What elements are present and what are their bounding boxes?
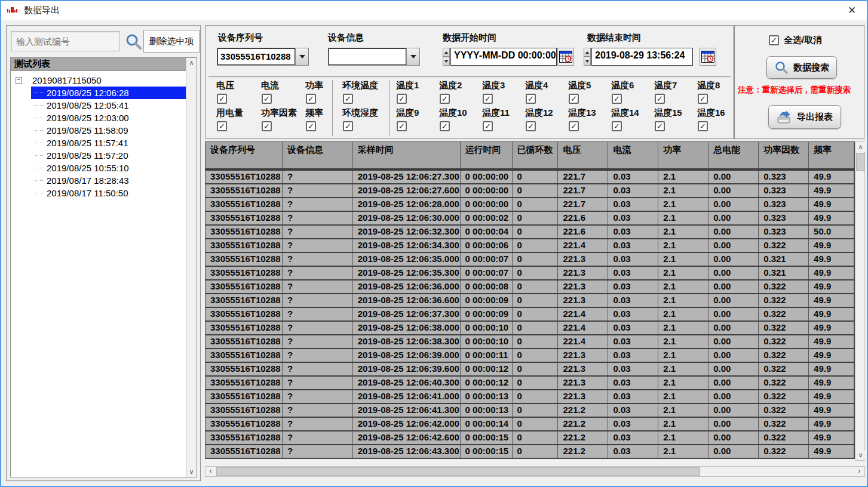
- search-icon[interactable]: [125, 33, 143, 51]
- column-header[interactable]: 功率因数: [759, 142, 809, 168]
- table-cell: 0.00: [708, 308, 759, 320]
- field-checkbox[interactable]: ✓: [397, 121, 407, 131]
- tree-root-row[interactable]: − 20190817115050: [11, 73, 186, 87]
- table-row[interactable]: 33055516T10288?2019-08-25 12:06:41.0000 …: [206, 390, 854, 404]
- tree-scrollbar[interactable]: ∧ ∨: [186, 58, 197, 477]
- tree-item[interactable]: 2019/08/25 11:57:41: [31, 137, 186, 149]
- field-checkbox[interactable]: ✓: [440, 121, 450, 131]
- delete-selected-button[interactable]: 删除选中项: [143, 30, 200, 53]
- tree-item[interactable]: 2019/08/17 11:50:50: [31, 187, 186, 199]
- column-header[interactable]: 设备序列号: [206, 142, 283, 168]
- table-row[interactable]: 33055516T10288?2019-08-25 12:06:40.3000 …: [206, 377, 854, 390]
- tree-item[interactable]: 2019/08/25 12:03:00: [31, 112, 186, 124]
- table-row[interactable]: 33055516T10288?2019-08-25 12:06:27.6000 …: [206, 184, 854, 198]
- table-cell: 2019-08-25 12:06:37.300: [353, 308, 461, 320]
- field-checkbox[interactable]: ✓: [483, 94, 493, 104]
- column-header[interactable]: 总电能: [708, 142, 759, 168]
- field-checkbox[interactable]: ✓: [262, 94, 272, 104]
- start-time-field[interactable]: YYYY-MM-DD 00:00:00: [450, 48, 557, 66]
- scroll-left-icon[interactable]: ‹: [206, 467, 216, 476]
- table-cell: 0: [513, 267, 559, 279]
- field-checkbox[interactable]: ✓: [612, 121, 622, 131]
- table-row[interactable]: 33055516T10288?2019-08-25 12:06:34.3000 …: [206, 239, 854, 253]
- scroll-down-icon[interactable]: ∨: [855, 450, 866, 460]
- table-row[interactable]: 33055516T10288?2019-08-25 12:06:32.3000 …: [206, 226, 854, 239]
- export-report-button[interactable]: 导出报表: [768, 105, 841, 129]
- scroll-down-icon[interactable]: ∨: [186, 467, 197, 477]
- select-all-checkbox[interactable]: ✓: [769, 35, 779, 45]
- tree-item[interactable]: 2019/08/25 10:55:10: [31, 162, 186, 174]
- field-checkbox[interactable]: ✓: [397, 94, 407, 104]
- end-time-stepper[interactable]: [584, 48, 591, 66]
- end-time-field[interactable]: 2019-08-29 13:56:24: [591, 48, 693, 66]
- column-header[interactable]: 电压: [558, 142, 608, 168]
- field-checkbox[interactable]: ✓: [306, 121, 316, 131]
- table-row[interactable]: 33055516T10288?2019-08-25 12:06:36.6000 …: [206, 294, 854, 308]
- column-header[interactable]: 频率: [809, 142, 854, 168]
- tree-item[interactable]: 2019/08/25 12:06:28: [31, 87, 186, 99]
- scrollbar-thumb[interactable]: [856, 153, 865, 171]
- table-row[interactable]: 33055516T10288?2019-08-25 12:06:41.3000 …: [206, 404, 854, 418]
- scroll-up-icon[interactable]: ∧: [186, 58, 197, 68]
- field-checkbox[interactable]: ✓: [698, 94, 708, 104]
- table-row[interactable]: 33055516T10288?2019-08-25 12:06:28.0000 …: [206, 198, 854, 212]
- table-row[interactable]: 33055516T10288?2019-08-25 12:06:38.3000 …: [206, 335, 854, 349]
- column-header[interactable]: 电流: [608, 142, 658, 168]
- field-checkbox[interactable]: ✓: [440, 94, 450, 104]
- start-calendar-button[interactable]: [557, 48, 574, 66]
- table-row[interactable]: 33055516T10288?2019-08-25 12:06:39.6000 …: [206, 363, 854, 377]
- table-row[interactable]: 33055516T10288?2019-08-25 12:06:42.6000 …: [206, 431, 854, 445]
- field-checkbox[interactable]: ✓: [483, 121, 493, 131]
- column-header[interactable]: 功率: [658, 142, 708, 168]
- field-checkbox[interactable]: ✓: [217, 121, 227, 131]
- scrollbar-thumb[interactable]: [216, 467, 700, 476]
- column-header[interactable]: 设备信息: [283, 142, 353, 168]
- end-calendar-button[interactable]: [700, 48, 716, 66]
- table-row[interactable]: 33055516T10288?2019-08-25 12:06:38.0000 …: [206, 322, 854, 335]
- field-checkbox[interactable]: ✓: [655, 94, 665, 104]
- table-row[interactable]: 33055516T10288?2019-08-25 12:06:30.0000 …: [206, 212, 854, 226]
- table-row[interactable]: 33055516T10288?2019-08-25 12:06:27.3000 …: [206, 171, 854, 184]
- field-checkbox[interactable]: ✓: [698, 121, 708, 131]
- test-list-panel: 删除选中项 测试列表 − 20190817115050 2019/08/25 1…: [6, 25, 201, 482]
- close-button[interactable]: ✕: [842, 2, 862, 19]
- field-checkbox[interactable]: ✓: [262, 121, 272, 131]
- tree-item[interactable]: 2019/08/25 11:58:09: [31, 124, 186, 137]
- table-row[interactable]: 33055516T10288?2019-08-25 12:06:36.0000 …: [206, 281, 854, 294]
- serial-dropdown-icon[interactable]: [295, 48, 308, 65]
- field-checkbox[interactable]: ✓: [306, 94, 316, 104]
- scroll-right-icon[interactable]: ›: [854, 467, 864, 476]
- tree-item[interactable]: 2019/08/17 18:28:43: [31, 174, 186, 187]
- table-row[interactable]: 33055516T10288?2019-08-25 12:06:35.0000 …: [206, 253, 854, 267]
- table-row[interactable]: 33055516T10288?2019-08-25 12:06:39.0000 …: [206, 349, 854, 363]
- field-checkbox[interactable]: ✓: [612, 94, 622, 104]
- field-checkbox[interactable]: ✓: [569, 94, 579, 104]
- field-checkbox[interactable]: ✓: [526, 121, 536, 131]
- search-input[interactable]: [11, 31, 119, 51]
- field-checkbox[interactable]: ✓: [217, 94, 227, 104]
- data-search-button[interactable]: 数据搜索: [766, 56, 837, 79]
- table-row[interactable]: 33055516T10288?2019-08-25 12:06:42.0000 …: [206, 418, 854, 431]
- tree-item[interactable]: 2019/08/25 11:57:20: [31, 149, 186, 162]
- serial-combobox[interactable]: 33055516T10288: [217, 48, 309, 66]
- collapse-icon[interactable]: −: [16, 77, 22, 84]
- table-horizontal-scrollbar[interactable]: ‹ ›: [205, 466, 865, 477]
- device-info-combobox[interactable]: [328, 48, 420, 66]
- table-cell: 2019-08-25 12:06:40.300: [353, 377, 461, 389]
- table-row[interactable]: 33055516T10288?2019-08-25 12:06:43.3000 …: [206, 445, 854, 458]
- field-checkbox[interactable]: ✓: [526, 94, 536, 104]
- column-header[interactable]: 运行时间: [461, 142, 513, 168]
- device-info-dropdown-icon[interactable]: [406, 48, 419, 65]
- table-row[interactable]: 33055516T10288?2019-08-25 12:06:37.3000 …: [206, 308, 854, 322]
- scroll-up-icon[interactable]: ∧: [855, 142, 866, 152]
- field-checkbox[interactable]: ✓: [343, 121, 353, 131]
- field-checkbox[interactable]: ✓: [655, 121, 665, 131]
- field-checkbox[interactable]: ✓: [343, 94, 353, 104]
- table-vertical-scrollbar[interactable]: ∧ ∨: [855, 141, 865, 461]
- field-checkbox[interactable]: ✓: [569, 121, 579, 131]
- tree-item[interactable]: 2019/08/25 12:05:41: [31, 99, 186, 112]
- column-header[interactable]: 采样时间: [353, 142, 461, 168]
- table-row[interactable]: 33055516T10288?2019-08-25 12:06:35.3000 …: [206, 267, 854, 281]
- column-header[interactable]: 已循环数: [513, 142, 559, 168]
- start-time-stepper[interactable]: [443, 48, 450, 66]
